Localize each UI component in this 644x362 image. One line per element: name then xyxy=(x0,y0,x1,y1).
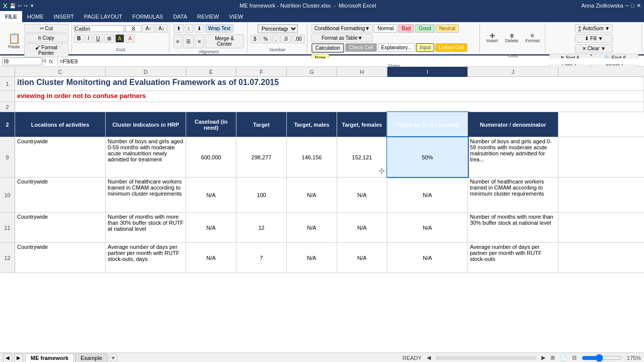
cell-d11[interactable]: Number of months with more than 30% buff… xyxy=(106,213,186,242)
fill-color-button[interactable]: A xyxy=(115,34,125,43)
add-sheet-button[interactable]: + xyxy=(109,353,118,363)
align-top-button[interactable]: ⬆ xyxy=(174,24,184,33)
align-left-button[interactable]: ≡ xyxy=(174,34,183,48)
cell-g12[interactable]: N/A xyxy=(287,243,337,273)
underline-button[interactable]: U xyxy=(93,34,103,43)
format-cells-button[interactable]: ⚙Format xyxy=(522,24,543,52)
cell-h11[interactable]: N/A xyxy=(337,213,387,242)
font-name-input[interactable] xyxy=(74,25,124,32)
tab-page-layout[interactable]: PAGE LAYOUT xyxy=(79,11,127,22)
scroll-right[interactable]: ▶ xyxy=(541,354,545,361)
align-middle-button[interactable]: ↕ xyxy=(185,24,193,33)
cell-c12[interactable]: Countrywide xyxy=(15,243,106,273)
format-painter-button[interactable]: 🖌 Format Painter xyxy=(24,43,68,57)
style-neutral[interactable]: Neutral xyxy=(436,24,459,33)
quick-access-undo[interactable]: ↩ xyxy=(18,3,22,9)
col-header-j[interactable]: J xyxy=(468,67,558,77)
cell-e10[interactable]: N/A xyxy=(186,177,236,212)
cell-f11[interactable]: 12 xyxy=(236,213,287,242)
cut-button[interactable]: ✂ Cut xyxy=(24,24,68,33)
col-header-c[interactable]: C xyxy=(15,67,106,77)
cell-e12[interactable]: N/A xyxy=(186,243,236,273)
tab-review[interactable]: REVIEW xyxy=(192,11,224,22)
conditional-formatting-button[interactable]: Conditional Formatting▼ xyxy=(311,24,373,33)
style-calculation[interactable]: Calculation xyxy=(311,43,344,53)
cell-j11[interactable]: Number of months with more than 30% buff… xyxy=(468,213,558,242)
scroll-bar[interactable] xyxy=(436,356,536,360)
maximize-button[interactable]: □ xyxy=(631,3,634,9)
formula-input[interactable]: =F9/E9 xyxy=(60,58,642,64)
sheet-tab-me-framework[interactable]: ME framework xyxy=(25,353,74,363)
cell-j10[interactable]: Number of healthcare workers trained in … xyxy=(468,177,558,212)
col-header-h[interactable]: H xyxy=(337,67,387,77)
quick-access-redo[interactable]: ↪ xyxy=(24,3,28,9)
italic-button[interactable]: I xyxy=(85,34,93,43)
tab-view[interactable]: VIEW xyxy=(224,11,248,22)
comma-button[interactable]: , xyxy=(272,35,280,43)
cell-c9[interactable]: Countrywide xyxy=(15,137,106,177)
currency-button[interactable]: $ xyxy=(251,35,260,43)
cell-c11[interactable]: Countrywide xyxy=(15,213,106,242)
cell-i12[interactable]: N/A xyxy=(387,243,468,273)
paste-button[interactable]: 📋 Paste xyxy=(5,27,23,55)
increase-font-button[interactable]: A↑ xyxy=(142,24,154,33)
font-size-input[interactable] xyxy=(125,25,141,32)
align-bottom-button[interactable]: ⬇ xyxy=(194,24,204,33)
cell-g9[interactable]: 146,156 xyxy=(287,137,337,177)
number-format-select[interactable]: Percentage General Number Currency xyxy=(258,24,298,33)
tab-insert[interactable]: INSERT xyxy=(49,11,79,22)
style-check-cell[interactable]: Check Cell xyxy=(345,43,376,52)
style-input[interactable]: Input xyxy=(416,43,434,52)
cell-d9[interactable]: Number of boys and girls aged 0-59 month… xyxy=(106,137,186,177)
align-center-button[interactable]: ☰ xyxy=(183,34,194,48)
blank-cell-2[interactable] xyxy=(15,102,644,112)
quick-access-save[interactable]: 💾 xyxy=(10,3,16,9)
col-header-d[interactable]: D xyxy=(106,67,186,77)
fill-button[interactable]: ⬇ Fill ▼ xyxy=(575,34,613,43)
cell-d10[interactable]: Number of healthcare workers trained in … xyxy=(106,177,186,212)
cell-f10[interactable]: 100 xyxy=(236,177,287,212)
sheet-nav-next[interactable]: ▶ xyxy=(14,353,23,363)
font-color-button[interactable]: A xyxy=(125,34,135,43)
border-button[interactable]: ⊞ xyxy=(104,34,114,43)
delete-cells-button[interactable]: 🗑Delete xyxy=(502,24,521,52)
cell-j12[interactable]: Average number of days per partner per m… xyxy=(468,243,558,273)
cell-h12[interactable]: N/A xyxy=(337,243,387,273)
percent-button[interactable]: % xyxy=(261,35,271,43)
format-as-table-button[interactable]: Format as Table▼ xyxy=(311,34,373,42)
view-page-break-button[interactable]: ⊟ xyxy=(572,354,577,361)
sheet-nav-prev[interactable]: ◀ xyxy=(3,353,12,363)
col-header-i[interactable]: I xyxy=(387,67,468,77)
tab-file[interactable]: FILE xyxy=(0,11,22,22)
cell-f12[interactable]: 7 xyxy=(236,243,287,273)
cell-h9[interactable]: 152,121 ✣ xyxy=(337,137,387,177)
increase-decimal-button[interactable]: .0 xyxy=(280,35,290,43)
cell-f9[interactable]: 298,277 xyxy=(236,137,287,177)
clear-button[interactable]: ✕ Clear ▼ xyxy=(575,44,613,53)
style-good[interactable]: Good xyxy=(415,24,434,33)
cell-e9[interactable]: 600,000 xyxy=(186,137,236,177)
autosum-button[interactable]: ∑ AutoSum ▼ xyxy=(575,24,613,33)
cell-c10[interactable]: Countrywide xyxy=(15,177,106,212)
view-page-layout-button[interactable]: 📄 xyxy=(560,354,567,361)
decrease-font-button[interactable]: A↓ xyxy=(155,24,168,33)
cell-d12[interactable]: Average number of days per partner per m… xyxy=(106,243,186,273)
col-header-e[interactable]: E xyxy=(186,67,236,77)
style-explanatory[interactable]: Explanatory... xyxy=(378,43,415,52)
name-box[interactable]: I9 xyxy=(2,57,42,65)
cell-i9[interactable]: 50% xyxy=(387,137,468,177)
insert-cells-button[interactable]: ➕Insert xyxy=(483,24,501,52)
tab-data[interactable]: DATA xyxy=(168,11,192,22)
style-linked-cell[interactable]: Linked Cell xyxy=(435,43,467,52)
scroll-left[interactable]: ◀ xyxy=(427,354,431,361)
cell-g11[interactable]: N/A xyxy=(287,213,337,242)
decrease-decimal-button[interactable]: .00 xyxy=(292,35,305,43)
style-bad[interactable]: Bad xyxy=(398,24,414,33)
quick-access-more[interactable]: ▼ xyxy=(30,3,35,9)
sheet-tab-example[interactable]: Example xyxy=(75,353,108,362)
zoom-slider[interactable] xyxy=(582,354,622,362)
copy-button[interactable]: ⎘ Copy xyxy=(24,34,68,42)
wrap-text-button[interactable]: Wrap Text xyxy=(205,24,234,33)
bold-button[interactable]: B xyxy=(74,34,84,43)
style-normal[interactable]: Normal xyxy=(374,24,397,33)
